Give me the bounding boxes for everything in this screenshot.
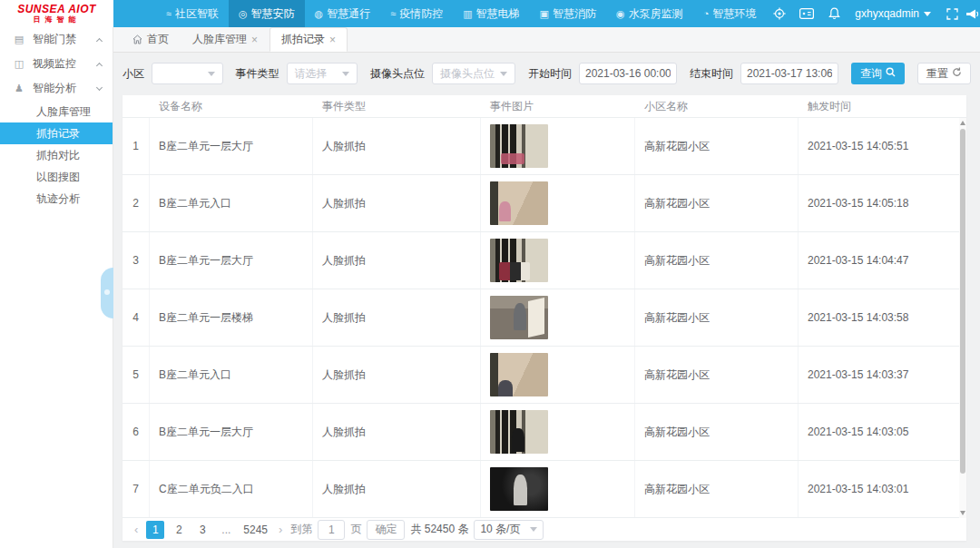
chevron-down-icon	[500, 72, 507, 76]
start-time-label: 开始时间	[528, 66, 572, 82]
pagination-bar: ‹ 1 2 3 ... 5245 › 到第 页 确定 共 52450 条 10 …	[122, 518, 966, 541]
tab-capture-records[interactable]: 抓拍记录 ×	[270, 27, 348, 52]
sidebar-item-door-access[interactable]: ▤ 智能门禁	[0, 27, 113, 52]
fullscreen-icon[interactable]	[938, 0, 965, 27]
sidebar-item-smart-analysis[interactable]: ♟ 智能分析	[0, 76, 113, 101]
home-icon	[132, 34, 142, 44]
tab-face-library[interactable]: 人脸库管理 ×	[181, 27, 270, 52]
goto-confirm-button[interactable]: 确定	[367, 520, 405, 540]
fire-icon: ▣	[540, 8, 549, 20]
event-snapshot-thumbnail[interactable]	[490, 239, 548, 282]
community-link-icon: ≈	[166, 8, 172, 19]
settings-gear-icon[interactable]	[766, 0, 793, 27]
close-icon[interactable]: ×	[329, 35, 336, 44]
sidebar-item-capture-records[interactable]: 抓拍记录	[0, 122, 113, 144]
tab-home[interactable]: 首页	[121, 27, 181, 52]
event-type-select[interactable]: 请选择	[287, 63, 358, 84]
video-camera-icon: ◫	[13, 58, 25, 70]
nav-item-smart-environment[interactable]: ◔ 智慧环境	[693, 0, 767, 27]
community-filter-label: 小区	[122, 66, 144, 82]
person-analysis-icon: ♟	[13, 83, 25, 94]
filter-bar: 小区 事件类型 请选择 摄像头点位 摄像头点位 开始时间 结束时间 查询	[113, 53, 980, 94]
top-nav: ≈ 社区智联 ◎ 智慧安防 ◍ 智慧通行 ≈ 疫情防控 ▥ 智慧电梯 ▣ 智慧消…	[156, 0, 766, 27]
end-time-input[interactable]	[740, 63, 838, 84]
sidebar-collapse-handle[interactable]	[101, 268, 113, 318]
tab-bar: 首页 人脸库管理 × 抓拍记录 ×	[113, 27, 980, 53]
page-button-last[interactable]: 5245	[240, 521, 270, 539]
total-count-label: 共 52450 条	[410, 522, 468, 537]
nav-label: 疫情防控	[399, 6, 443, 22]
page-button-2[interactable]: 2	[170, 521, 188, 539]
announcement-megaphone-icon[interactable]	[965, 0, 980, 27]
end-time-label: 结束时间	[690, 66, 733, 82]
table-row: 2 B座二单元入口 人脸抓拍 高新花园小区 2021-03-15 14:05:1…	[122, 175, 966, 232]
nav-item-smart-access[interactable]: ◍ 智慧通行	[305, 0, 381, 27]
col-event-type: 事件类型	[313, 95, 481, 117]
nav-item-community-link[interactable]: ≈ 社区智联	[156, 0, 229, 27]
search-button[interactable]: 查询	[851, 63, 905, 84]
brand-name-en: SUNSEA AIOT	[17, 4, 96, 15]
scroll-up-arrow-icon[interactable]	[960, 121, 965, 125]
sidebar-item-video-monitor[interactable]: ◫ 视频监控	[0, 52, 113, 76]
user-menu[interactable]: gxhyxqadmin	[848, 7, 938, 20]
col-trigger-time: 触发时间	[799, 95, 966, 117]
brand-name-cn: 日海智能	[34, 15, 81, 24]
nav-label: 智慧环境	[712, 6, 756, 22]
col-event-image: 事件图片	[481, 95, 635, 117]
sidebar-item-trajectory-analysis[interactable]: 轨迹分析	[0, 188, 113, 210]
table-row: 1 B座二单元一层大厅 人脸抓拍 高新花园小区 2021-03-15 14:05…	[122, 118, 966, 175]
table-row: 5 B座二单元入口 人脸抓拍 高新花园小区 2021-03-15 14:03:3…	[122, 347, 966, 404]
page-button-3[interactable]: 3	[193, 521, 211, 539]
app-header: SUNSEA AIOT 日海智能 ≈ 社区智联 ◎ 智慧安防 ◍ 智慧通行 ≈ …	[0, 0, 980, 27]
event-snapshot-thumbnail[interactable]	[490, 124, 548, 168]
event-snapshot-thumbnail[interactable]	[490, 296, 548, 339]
pump-icon: ◉	[616, 8, 625, 20]
nav-label: 智慧通行	[327, 6, 370, 22]
sidebar-item-image-search[interactable]: 以图搜图	[0, 166, 113, 188]
camera-select[interactable]: 摄像头点位	[432, 63, 515, 84]
page-size-select[interactable]: 10 条/页	[474, 520, 544, 540]
sidebar-item-capture-compare[interactable]: 抓拍对比	[0, 144, 113, 166]
main-content: 首页 人脸库管理 × 抓拍记录 × 小区 事件类型 请选择 摄像头点	[113, 27, 980, 548]
event-snapshot-thumbnail[interactable]	[490, 353, 548, 396]
event-snapshot-thumbnail[interactable]	[490, 410, 548, 454]
access-icon: ◍	[315, 8, 324, 20]
app-window: SUNSEA AIOT 日海智能 ≈ 社区智联 ◎ 智慧安防 ◍ 智慧通行 ≈ …	[0, 0, 980, 548]
nav-item-epidemic-control[interactable]: ≈ 疫情防控	[380, 0, 453, 27]
col-index	[122, 95, 150, 117]
nav-item-smart-elevator[interactable]: ▥ 智慧电梯	[453, 0, 529, 27]
security-icon: ◎	[239, 8, 248, 20]
prev-page-button[interactable]: ‹	[132, 523, 141, 536]
close-icon[interactable]: ×	[251, 35, 258, 44]
col-community-name: 小区名称	[635, 95, 799, 117]
id-card-icon[interactable]	[793, 0, 820, 27]
table-row: 3 B座二单元一层大厅 人脸抓拍 高新花园小区 2021-03-15 14:04…	[122, 232, 966, 289]
table-scrollbar[interactable]	[959, 118, 966, 518]
reset-icon	[952, 67, 962, 80]
nav-item-smart-security[interactable]: ◎ 智慧安防	[229, 0, 305, 27]
table-row: 4 B座二单元一层楼梯 人脸抓拍 高新花园小区 2021-03-15 14:03…	[122, 289, 966, 347]
camera-filter-label: 摄像头点位	[370, 66, 425, 82]
event-snapshot-thumbnail[interactable]	[490, 181, 548, 225]
nav-item-pump-room-monitor[interactable]: ◉ 水泵房监测	[606, 0, 693, 27]
goto-page-input[interactable]	[318, 520, 345, 540]
sidebar-item-face-library[interactable]: 人脸库管理	[0, 101, 113, 122]
scroll-down-arrow-icon[interactable]	[960, 511, 965, 515]
event-snapshot-thumbnail[interactable]	[490, 467, 548, 511]
col-device-name: 设备名称	[150, 95, 313, 117]
page-button-1[interactable]: 1	[146, 521, 164, 539]
next-page-button[interactable]: ›	[276, 523, 285, 536]
table-row: 7 C座二单元负二入口 人脸抓拍 高新花园小区 2021-03-15 14:03…	[122, 461, 966, 518]
nav-item-smart-fire[interactable]: ▣ 智慧消防	[530, 0, 606, 27]
scrollbar-thumb[interactable]	[960, 129, 965, 474]
elevator-icon: ▥	[463, 8, 472, 20]
capture-records-table: 设备名称 事件类型 事件图片 小区名称 触发时间 1 B座二单元一层大厅 人脸抓…	[122, 95, 966, 541]
reset-button[interactable]: 重置	[917, 63, 971, 84]
sidebar: ▤ 智能门禁 ◫ 视频监控 ♟ 智能分析 人脸库管理 抓拍记录 抓拍对比 以图搜…	[0, 27, 113, 548]
notifications-bell-icon[interactable]	[820, 0, 848, 27]
nav-label: 智慧安防	[251, 6, 295, 22]
community-select[interactable]	[152, 63, 223, 84]
start-time-input[interactable]	[579, 63, 677, 84]
environment-icon: ◔	[703, 8, 710, 19]
page-ellipsis: ...	[217, 521, 235, 539]
